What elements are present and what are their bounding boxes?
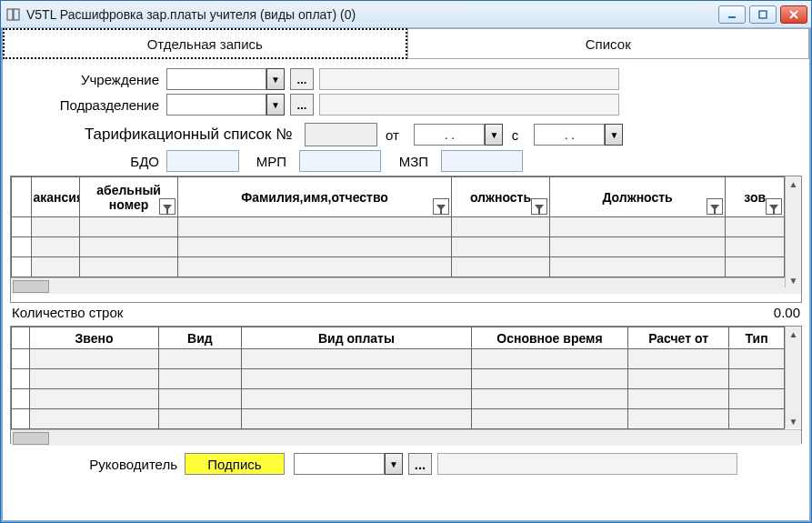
grid-top-rowhead: [12, 177, 32, 217]
mzp-label: МЗП: [381, 154, 436, 169]
division-combo[interactable]: [166, 94, 266, 116]
chevron-down-icon: ▼: [389, 459, 398, 469]
svg-rect-3: [759, 11, 767, 18]
rowcount-label: Количество строк: [12, 305, 123, 320]
grid-bottom-col-zveno[interactable]: Звено: [30, 327, 159, 349]
scroll-up-icon[interactable]: ▲: [787, 327, 801, 341]
minimize-button[interactable]: [718, 5, 746, 24]
svg-marker-9: [710, 205, 719, 214]
svg-rect-0: [7, 9, 13, 20]
grid-bottom-hscroll[interactable]: [11, 429, 801, 446]
form-area: Учреждение ▼ ... Подразделение ▼ ... Тар…: [3, 59, 809, 172]
filter-button[interactable]: [707, 198, 723, 215]
app-icon: [6, 7, 21, 22]
filter-button[interactable]: [159, 198, 175, 215]
tariff-label: Тарификационный список №: [12, 126, 299, 144]
grid-top-col-position1[interactable]: олжность: [452, 177, 550, 217]
tab-bar: Отдельная запись Список: [3, 28, 809, 59]
date-to-input[interactable]: . .: [534, 124, 605, 146]
tab-list[interactable]: Список: [407, 28, 810, 59]
date-to-dropdown-button[interactable]: ▼: [605, 124, 623, 146]
window-title: V5TL Расшифровка зар.платы учителя (виды…: [26, 7, 718, 22]
leader-browse-button[interactable]: ...: [408, 453, 432, 475]
date-from-dropdown-button[interactable]: ▼: [485, 124, 503, 146]
grid-top-col-position2[interactable]: Должность: [549, 177, 726, 217]
scroll-up-icon[interactable]: ▲: [787, 176, 801, 191]
table-row[interactable]: [12, 409, 785, 429]
division-label: Подразделение: [12, 97, 166, 113]
grid-bottom-col-tip[interactable]: Тип: [729, 327, 785, 349]
tab-single-record[interactable]: Отдельная запись: [3, 28, 407, 59]
table-row[interactable]: [12, 257, 785, 277]
grid-top-hscroll[interactable]: [11, 277, 801, 294]
titlebar: V5TL Расшифровка зар.платы учителя (виды…: [1, 1, 811, 28]
division-browse-button[interactable]: ...: [290, 94, 314, 116]
table-row[interactable]: [12, 237, 785, 257]
svg-rect-1: [14, 9, 19, 20]
bdo-input[interactable]: [166, 150, 239, 172]
date-from-input[interactable]: . .: [414, 124, 485, 146]
funnel-icon: [769, 202, 778, 211]
grid-bottom-rowhead: [12, 327, 30, 349]
rowcount-value: 0.00: [774, 305, 800, 320]
window: V5TL Расшифровка зар.платы учителя (виды…: [0, 0, 812, 523]
bdo-label: БДО: [12, 154, 166, 169]
rowcount-bar: Количество строк 0.00: [3, 303, 809, 322]
filter-button[interactable]: [766, 198, 782, 215]
grid-top-col-fio[interactable]: Фамилия,имя,отчество: [177, 177, 451, 217]
maximize-button[interactable]: [749, 5, 777, 24]
institution-display: [319, 68, 619, 90]
svg-marker-8: [535, 205, 544, 214]
grid-bottom-col-vid[interactable]: Вид: [158, 327, 241, 349]
tariff-number-input[interactable]: [305, 123, 377, 146]
leader-dropdown-button[interactable]: ▼: [385, 453, 403, 475]
grid-bottom-col-raschet[interactable]: Расчет от: [627, 327, 728, 349]
institution-dropdown-button[interactable]: ▼: [266, 68, 285, 90]
funnel-icon: [710, 202, 719, 211]
chevron-down-icon: ▼: [271, 75, 280, 85]
svg-marker-10: [769, 205, 778, 214]
grid-bottom-col-osn[interactable]: Основное время: [471, 327, 627, 349]
svg-marker-6: [163, 205, 172, 214]
division-display: [319, 94, 619, 116]
chevron-down-icon: ▼: [489, 130, 498, 140]
window-body: Отдельная запись Список Учреждение ▼ ...…: [1, 28, 811, 522]
grid-top: ▲ ▼ акансия абельный номер Фамил: [10, 176, 802, 303]
from-label: от: [377, 127, 414, 143]
grid-top-col-tabnumber[interactable]: абельный номер: [80, 177, 178, 217]
scroll-down-icon[interactable]: ▼: [787, 273, 801, 287]
funnel-icon: [163, 202, 172, 211]
funnel-icon: [436, 202, 446, 211]
sign-button[interactable]: Подпись: [185, 453, 285, 475]
chevron-down-icon: ▼: [609, 130, 618, 140]
mzp-input[interactable]: [441, 150, 523, 172]
institution-combo[interactable]: [166, 68, 266, 90]
funnel-icon: [535, 202, 544, 211]
grid-bottom: ▲ ▼ Звено Вид Вид оплаты Основное время: [10, 326, 802, 444]
leader-label: Руководитель: [12, 457, 185, 472]
filter-button[interactable]: [433, 198, 449, 215]
table-row[interactable]: [12, 217, 785, 237]
close-button[interactable]: [780, 5, 807, 24]
mrp-label: МРП: [239, 154, 294, 169]
table-row[interactable]: [12, 389, 785, 409]
table-row[interactable]: [12, 349, 785, 369]
s-label: с: [503, 127, 534, 143]
table-row[interactable]: [12, 369, 785, 389]
grid-bottom-col-vidoplaty[interactable]: Вид оплаты: [241, 327, 471, 349]
mrp-input[interactable]: [299, 150, 381, 172]
institution-browse-button[interactable]: ...: [290, 68, 314, 90]
filter-button[interactable]: [531, 198, 547, 215]
grid-bottom-vscroll[interactable]: ▲ ▼: [785, 327, 801, 428]
leader-combo[interactable]: [294, 453, 385, 475]
svg-marker-7: [436, 205, 446, 214]
grid-top-col-vacancy[interactable]: акансия: [31, 177, 80, 217]
chevron-down-icon: ▼: [271, 100, 280, 110]
institution-label: Учреждение: [12, 72, 166, 87]
grid-top-vscroll[interactable]: ▲ ▼: [785, 176, 801, 287]
scroll-down-icon[interactable]: ▼: [787, 414, 801, 428]
division-dropdown-button[interactable]: ▼: [266, 94, 285, 116]
grid-top-col-zov[interactable]: зов: [726, 177, 785, 217]
leader-display: [437, 453, 737, 475]
